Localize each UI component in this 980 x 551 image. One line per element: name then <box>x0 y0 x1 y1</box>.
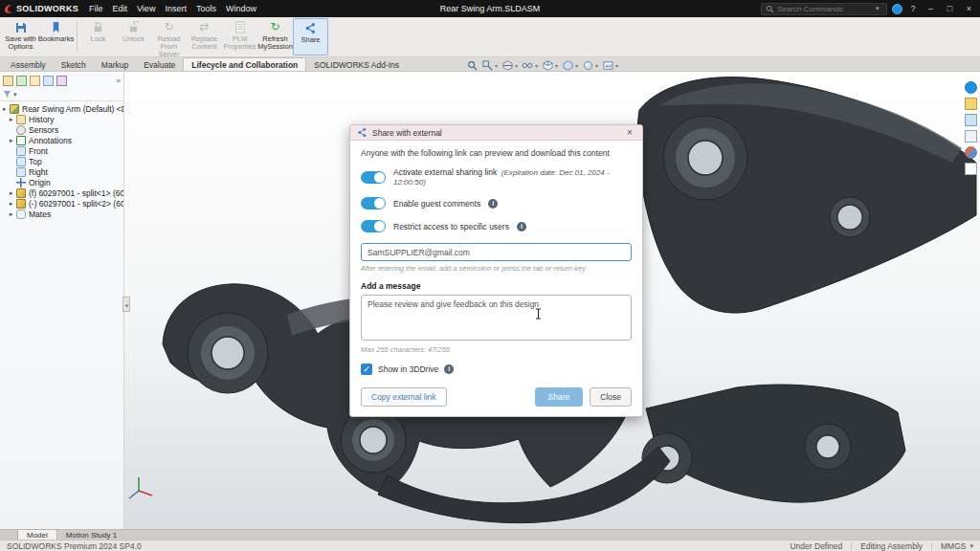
close-window-button[interactable]: × <box>962 4 976 13</box>
share-button[interactable]: Share <box>535 387 584 407</box>
taskpane-custom-properties-icon[interactable] <box>965 163 977 175</box>
search-input[interactable] <box>777 5 873 13</box>
tree-item-root[interactable]: ▸ Rear Swing Arm (Default) <Default_Disp… <box>0 103 123 114</box>
reload-from-server-button[interactable]: ↻ Reload From Server <box>151 18 187 55</box>
tab-lifecycle-and-collaboration[interactable]: Lifecycle and Collaboration <box>183 57 306 71</box>
dialog-close-icon[interactable]: × <box>624 127 635 138</box>
menu-edit[interactable]: Edit <box>108 4 133 13</box>
email-field[interactable] <box>361 243 632 261</box>
expand-caret-icon[interactable]: ▸ <box>10 200 16 208</box>
view-orientation-caret-icon[interactable]: ▾ <box>575 62 578 69</box>
save-with-options-button[interactable]: Save with Options <box>3 18 38 55</box>
expand-caret-icon[interactable]: ▸ <box>3 105 10 113</box>
show-in-3ddrive-checkbox[interactable]: ✓ <box>361 364 372 375</box>
refresh-mysession-button[interactable]: ↻ Refresh MySession <box>257 18 293 55</box>
tab-sketch[interactable]: Sketch <box>54 58 94 71</box>
menu-file[interactable]: File <box>84 4 108 13</box>
zoom-fit-icon[interactable] <box>466 59 478 71</box>
hide-show-items-icon[interactable] <box>522 59 533 71</box>
menu-view[interactable]: View <box>132 4 160 13</box>
units-selector[interactable]: MMGS <box>941 541 966 551</box>
tree-item-mates[interactable]: ▸ Mates <box>0 209 123 219</box>
dialog-header[interactable]: Share with external × <box>350 125 642 141</box>
display-style-icon[interactable] <box>542 59 553 71</box>
help-icon[interactable]: ? <box>907 4 919 13</box>
restrict-access-info-icon[interactable]: i <box>517 222 526 231</box>
app-brand: SOLIDWORKS <box>4 4 78 13</box>
zoom-caret-icon[interactable]: ▾ <box>495 62 498 69</box>
units-caret-icon[interactable]: ▾ <box>969 542 973 550</box>
panel-collapse-handle[interactable]: ◂ <box>122 297 130 312</box>
lock-button[interactable]: Lock <box>80 18 116 55</box>
filter-caret-icon[interactable]: ▾ <box>13 91 17 99</box>
bookmark-icon <box>49 20 63 34</box>
copy-external-link-button[interactable]: Copy external link <box>361 387 447 407</box>
tree-item-right-plane[interactable]: Right <box>0 166 123 177</box>
guest-comments-toggle[interactable] <box>361 197 386 209</box>
message-textarea[interactable]: Please review and give feedback on this … <box>361 295 632 341</box>
unlock-button[interactable]: Unlock <box>116 18 151 55</box>
maximize-button[interactable]: □ <box>943 4 957 13</box>
configurationmanager-tab-icon[interactable] <box>30 76 40 86</box>
tree-item-origin[interactable]: Origin <box>0 177 123 187</box>
tree-item-annotations[interactable]: ▸ Annotations <box>0 135 123 145</box>
expand-caret-icon[interactable]: ▸ <box>10 137 16 144</box>
plm-properties-button[interactable]: PLM Properties <box>222 18 257 55</box>
appearances-caret-icon[interactable]: ▾ <box>595 62 598 69</box>
bookmarks-button[interactable]: Bookmarks <box>38 18 74 55</box>
tab-assembly[interactable]: Assembly <box>3 58 54 71</box>
tree-item-component-1[interactable]: ▸ (f) 60297001 - split<1> (60297001) <D <box>0 187 123 198</box>
section-caret-icon[interactable]: ▾ <box>515 62 518 69</box>
taskpane-design-library-icon[interactable] <box>965 98 977 110</box>
taskpane-view-palette-icon[interactable] <box>965 130 977 143</box>
menu-tools[interactable]: Tools <box>191 4 221 13</box>
tab-evaluate[interactable]: Evaluate <box>136 58 183 71</box>
menu-insert[interactable]: Insert <box>160 4 191 13</box>
tree-item-history[interactable]: ▸ History <box>0 114 123 124</box>
menu-window[interactable]: Window <box>221 4 261 13</box>
zoom-area-icon[interactable] <box>481 59 493 71</box>
dialog-description: Anyone with the following link can previ… <box>361 148 632 158</box>
history-folder-icon <box>16 115 26 124</box>
close-button[interactable]: Close <box>590 387 632 407</box>
expand-caret-icon[interactable]: ▸ <box>10 210 16 218</box>
filter-funnel-icon[interactable] <box>3 90 11 99</box>
tree-item-component-2[interactable]: ▸ (-) 60297001 - split<2> (60297002) <D <box>0 198 123 209</box>
3ddrive-info-icon[interactable]: i <box>444 364 454 374</box>
displaymanager-tab-icon[interactable] <box>56 76 67 86</box>
propertymanager-tab-icon[interactable] <box>16 76 27 86</box>
search-dropdown-caret-icon[interactable]: ▾ <box>876 5 880 12</box>
tree-item-top-plane[interactable]: Top <box>0 156 123 166</box>
expand-caret-icon[interactable]: ▸ <box>10 189 16 197</box>
tree-item-front-plane[interactable]: Front <box>0 145 123 156</box>
view-orientation-icon[interactable] <box>562 59 573 71</box>
scene-icon[interactable] <box>602 59 613 71</box>
featuremanager-tree-tab-icon[interactable] <box>3 76 13 86</box>
share-button-ribbon[interactable]: Share <box>293 18 328 55</box>
taskpane-appearances-icon[interactable] <box>965 146 977 159</box>
tab-motion-study-1[interactable]: Motion Study 1 <box>57 530 125 540</box>
tree-item-sensors[interactable]: Sensors <box>0 124 123 135</box>
tab-markup[interactable]: Markup <box>94 58 136 71</box>
display-style-caret-icon[interactable]: ▾ <box>555 62 558 69</box>
email-hint-text: After entering the email, add a semicolo… <box>361 264 632 273</box>
panel-expand-chevron-icon[interactable]: » <box>117 77 121 85</box>
guest-comments-info-icon[interactable]: i <box>488 199 498 209</box>
expand-caret-icon[interactable]: ▸ <box>10 116 16 123</box>
taskpane-3dexperience-icon[interactable] <box>965 81 977 94</box>
replace-content-button[interactable]: ⇄ Replace Content <box>187 18 222 55</box>
minimize-button[interactable]: – <box>924 4 938 13</box>
restrict-access-toggle[interactable] <box>361 220 386 232</box>
user-avatar[interactable] <box>892 4 902 14</box>
taskpane-file-explorer-icon[interactable] <box>965 114 977 126</box>
tab-solidworks-add-ins[interactable]: SOLIDWORKS Add-Ins <box>306 58 407 71</box>
hide-show-caret-icon[interactable]: ▾ <box>535 62 538 69</box>
scene-caret-icon[interactable]: ▾ <box>615 62 618 69</box>
dimxpertmanager-tab-icon[interactable] <box>43 76 54 86</box>
section-view-icon[interactable] <box>501 59 513 71</box>
graphics-area[interactable]: » ▾ ▸ Rear Swing Arm (Default) <Default_… <box>0 72 980 529</box>
tab-model[interactable]: Model <box>17 529 57 540</box>
command-search[interactable]: ▾ <box>761 3 887 15</box>
appearances-icon[interactable] <box>582 59 593 71</box>
activate-link-toggle[interactable] <box>361 171 386 184</box>
